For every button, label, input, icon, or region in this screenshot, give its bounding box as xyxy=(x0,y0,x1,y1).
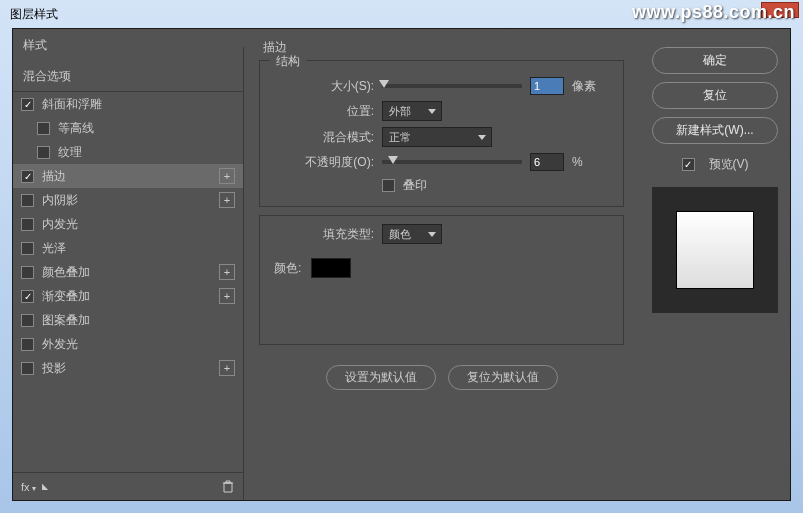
layer-style-dialog: 样式 混合选项 斜面和浮雕等高线纹理描边+内阴影+内发光光泽颜色叠加+渐变叠加+… xyxy=(12,28,791,501)
styles-panel: 样式 混合选项 斜面和浮雕等高线纹理描边+内阴影+内发光光泽颜色叠加+渐变叠加+… xyxy=(13,29,243,500)
style-checkbox[interactable] xyxy=(37,122,50,135)
arrow-icon: ◣ xyxy=(42,482,48,491)
style-checkbox[interactable] xyxy=(21,362,34,375)
style-item-0[interactable]: 斜面和浮雕 xyxy=(13,92,243,116)
trash-icon[interactable] xyxy=(221,479,235,495)
fill-type-label: 填充类型: xyxy=(274,226,374,243)
position-label: 位置: xyxy=(274,103,374,120)
style-checkbox[interactable] xyxy=(21,290,34,303)
style-item-10[interactable]: 外发光 xyxy=(13,332,243,356)
style-label: 光泽 xyxy=(42,240,66,257)
style-item-7[interactable]: 颜色叠加+ xyxy=(13,260,243,284)
preview-checkbox[interactable] xyxy=(682,158,695,171)
add-effect-icon[interactable]: + xyxy=(219,264,235,280)
add-effect-icon[interactable]: + xyxy=(219,192,235,208)
blending-options[interactable]: 混合选项 xyxy=(13,62,243,92)
style-label: 斜面和浮雕 xyxy=(42,96,102,113)
color-label: 颜色: xyxy=(274,260,301,277)
style-checkbox[interactable] xyxy=(21,218,34,231)
style-item-4[interactable]: 内阴影+ xyxy=(13,188,243,212)
style-checkbox[interactable] xyxy=(21,98,34,111)
position-dropdown[interactable]: 外部 xyxy=(382,101,442,121)
style-label: 纹理 xyxy=(58,144,82,161)
size-unit: 像素 xyxy=(572,78,596,95)
style-label: 外发光 xyxy=(42,336,78,353)
opacity-unit: % xyxy=(572,155,583,169)
style-list: 斜面和浮雕等高线纹理描边+内阴影+内发光光泽颜色叠加+渐变叠加+图案叠加外发光投… xyxy=(13,92,243,472)
style-label: 描边 xyxy=(42,168,66,185)
style-item-9[interactable]: 图案叠加 xyxy=(13,308,243,332)
style-item-1[interactable]: 等高线 xyxy=(13,116,243,140)
add-effect-icon[interactable]: + xyxy=(219,168,235,184)
size-label: 大小(S): xyxy=(274,78,374,95)
style-item-2[interactable]: 纹理 xyxy=(13,140,243,164)
preview-box xyxy=(652,187,778,313)
style-label: 内发光 xyxy=(42,216,78,233)
style-label: 内阴影 xyxy=(42,192,78,209)
section-title: 描边 xyxy=(263,39,624,56)
style-item-5[interactable]: 内发光 xyxy=(13,212,243,236)
size-slider[interactable] xyxy=(382,84,522,88)
style-label: 投影 xyxy=(42,360,66,377)
style-checkbox[interactable] xyxy=(21,170,34,183)
style-checkbox[interactable] xyxy=(21,194,34,207)
style-label: 等高线 xyxy=(58,120,94,137)
new-style-button[interactable]: 新建样式(W)... xyxy=(652,117,778,144)
style-checkbox[interactable] xyxy=(37,146,50,159)
structure-title: 结构 xyxy=(270,53,306,70)
style-checkbox[interactable] xyxy=(21,314,34,327)
size-input[interactable] xyxy=(530,77,564,95)
style-item-6[interactable]: 光泽 xyxy=(13,236,243,260)
fill-group: 填充类型: 颜色 颜色: xyxy=(259,215,624,345)
blend-dropdown[interactable]: 正常 xyxy=(382,127,492,147)
style-item-8[interactable]: 渐变叠加+ xyxy=(13,284,243,308)
style-checkbox[interactable] xyxy=(21,266,34,279)
bottom-toolbar: fx▾ ◣ xyxy=(13,472,243,500)
style-label: 图案叠加 xyxy=(42,312,90,329)
style-label: 渐变叠加 xyxy=(42,288,90,305)
blend-label: 混合模式: xyxy=(274,129,374,146)
preview-label: 预览(V) xyxy=(709,156,749,173)
style-checkbox[interactable] xyxy=(21,338,34,351)
preview-swatch xyxy=(677,212,753,288)
action-panel: 确定 复位 新建样式(W)... 预览(V) xyxy=(640,29,790,500)
watermark: www.ps88.com.cn xyxy=(632,2,795,23)
add-effect-icon[interactable]: + xyxy=(219,360,235,376)
make-default-button[interactable]: 设置为默认值 xyxy=(326,365,436,390)
ok-button[interactable]: 确定 xyxy=(652,47,778,74)
reset-default-button[interactable]: 复位为默认值 xyxy=(448,365,558,390)
opacity-label: 不透明度(O): xyxy=(274,154,374,171)
overprint-label: 叠印 xyxy=(403,177,427,194)
color-swatch[interactable] xyxy=(311,258,351,278)
structure-group: 结构 大小(S): 像素 位置: 外部 混合模式: 正常 不透明度(O): % xyxy=(259,60,624,207)
style-item-11[interactable]: 投影+ xyxy=(13,356,243,380)
opacity-slider[interactable] xyxy=(382,160,522,164)
fill-type-dropdown[interactable]: 颜色 xyxy=(382,224,442,244)
style-item-3[interactable]: 描边+ xyxy=(13,164,243,188)
settings-panel: 描边 结构 大小(S): 像素 位置: 外部 混合模式: 正常 不透明度(O): xyxy=(243,29,640,500)
fx-menu[interactable]: fx▾ xyxy=(21,481,36,493)
styles-header[interactable]: 样式 xyxy=(13,29,243,62)
overprint-checkbox[interactable] xyxy=(382,179,395,192)
cancel-button[interactable]: 复位 xyxy=(652,82,778,109)
style-checkbox[interactable] xyxy=(21,242,34,255)
add-effect-icon[interactable]: + xyxy=(219,288,235,304)
opacity-input[interactable] xyxy=(530,153,564,171)
style-label: 颜色叠加 xyxy=(42,264,90,281)
